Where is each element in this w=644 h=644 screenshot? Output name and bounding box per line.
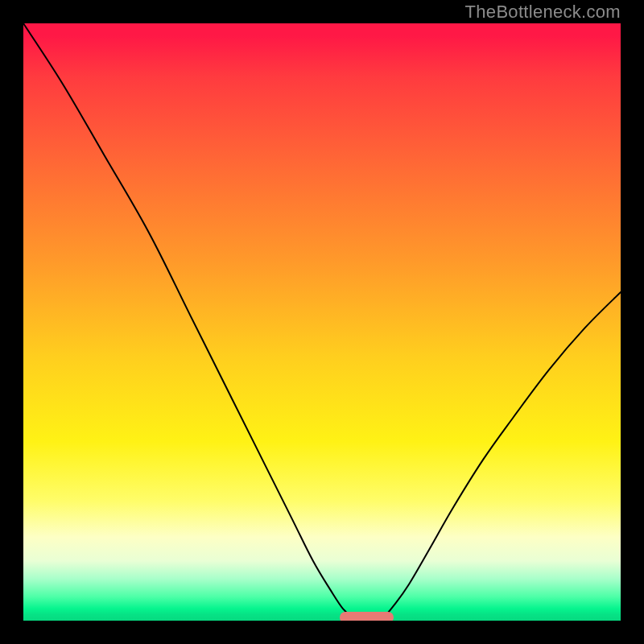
watermark-label: TheBottleneck.com (465, 2, 621, 23)
plot-area (23, 23, 621, 621)
bottleneck-curve (23, 23, 621, 621)
chart-frame: TheBottleneck.com (0, 0, 644, 644)
optimal-marker (340, 612, 394, 621)
curve-right-path (385, 292, 621, 617)
curve-left-path (23, 23, 352, 617)
